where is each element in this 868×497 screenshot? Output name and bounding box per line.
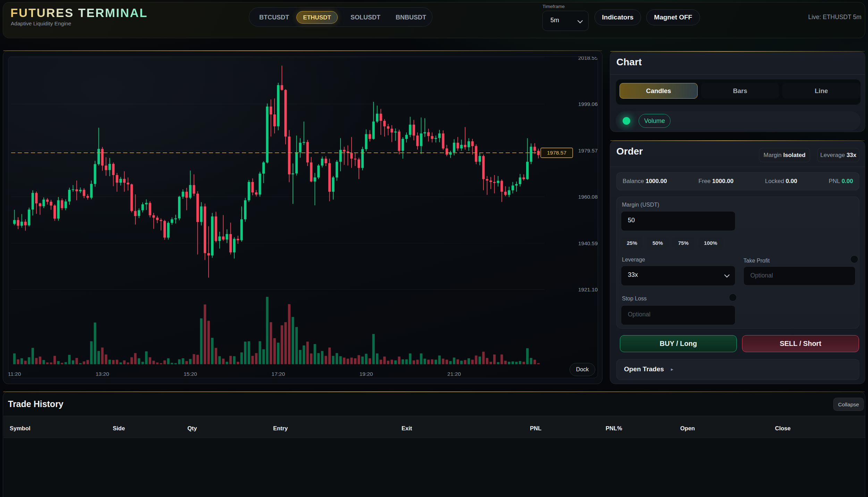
svg-text:1979.57: 1979.57 [578, 148, 598, 154]
svg-text:1921.10: 1921.10 [578, 287, 598, 292]
svg-text:13:20: 13:20 [96, 371, 109, 377]
svg-text:15:20: 15:20 [184, 371, 197, 377]
svg-text:21:20: 21:20 [447, 371, 461, 377]
svg-text:1940.59: 1940.59 [578, 240, 598, 246]
svg-text:11:20: 11:20 [8, 371, 21, 377]
svg-text:17:20: 17:20 [271, 371, 285, 377]
svg-text:19:20: 19:20 [360, 371, 373, 377]
svg-text:1978.57: 1978.57 [547, 150, 566, 156]
svg-text:2018.55: 2018.55 [578, 57, 598, 61]
svg-text:1999.06: 1999.06 [578, 101, 598, 107]
svg-text:1960.08: 1960.08 [578, 194, 598, 200]
